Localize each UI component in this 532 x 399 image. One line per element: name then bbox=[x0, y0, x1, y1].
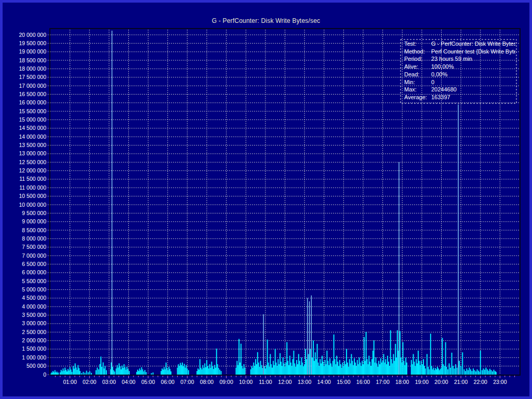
data-spike bbox=[276, 363, 277, 375]
data-spike bbox=[285, 363, 286, 375]
data-spike bbox=[68, 369, 69, 375]
legend-row-value: 0,00% bbox=[431, 71, 447, 77]
data-spike bbox=[332, 361, 334, 375]
data-spike bbox=[122, 366, 123, 375]
data-spike bbox=[185, 365, 187, 375]
data-spike bbox=[197, 368, 198, 375]
y-axis-label: 2 000 000 bbox=[22, 337, 46, 343]
data-spike bbox=[103, 368, 104, 375]
data-spike bbox=[258, 363, 259, 375]
data-spike bbox=[374, 340, 375, 375]
data-spike bbox=[114, 371, 115, 375]
data-spike bbox=[405, 357, 406, 375]
data-spike bbox=[340, 364, 341, 375]
data-spike bbox=[373, 351, 374, 375]
data-spike bbox=[437, 367, 438, 375]
data-spike bbox=[136, 372, 137, 375]
data-spike bbox=[65, 370, 66, 375]
data-spike bbox=[382, 361, 383, 375]
legend-row-value: 0 bbox=[431, 79, 434, 85]
y-axis-label: 4 000 000 bbox=[22, 303, 46, 310]
data-spike bbox=[466, 368, 467, 375]
data-spike bbox=[188, 370, 189, 375]
data-spike bbox=[289, 356, 290, 375]
data-spike bbox=[125, 370, 126, 375]
data-spike bbox=[104, 366, 105, 375]
data-spike bbox=[367, 359, 368, 375]
data-spike bbox=[474, 370, 475, 375]
data-spike bbox=[168, 367, 169, 375]
data-spike bbox=[311, 296, 312, 375]
data-spike bbox=[357, 360, 358, 375]
data-spike bbox=[297, 364, 298, 375]
data-spike bbox=[208, 368, 209, 375]
data-spike bbox=[306, 359, 307, 375]
data-spike bbox=[482, 370, 483, 375]
x-axis-label: 04:00 bbox=[122, 379, 135, 385]
data-spike bbox=[375, 363, 376, 375]
x-axis-label: 13:00 bbox=[298, 379, 311, 385]
data-spike bbox=[338, 366, 339, 375]
data-spike bbox=[328, 365, 329, 375]
data-spike bbox=[217, 364, 218, 375]
data-spike bbox=[272, 368, 273, 375]
data-spike bbox=[179, 366, 180, 375]
y-axis-label: 19 000 000 bbox=[19, 48, 46, 55]
data-spike bbox=[392, 363, 393, 375]
x-axis-label: 16:00 bbox=[356, 379, 370, 385]
data-spike bbox=[459, 361, 460, 375]
data-spike bbox=[285, 367, 286, 375]
data-spike bbox=[121, 369, 122, 375]
y-axis-label: 15 000 000 bbox=[19, 116, 46, 123]
data-spike bbox=[262, 368, 263, 375]
data-spike bbox=[424, 366, 425, 375]
data-spike bbox=[268, 363, 269, 375]
data-spike bbox=[355, 363, 356, 375]
data-spike bbox=[363, 364, 364, 375]
y-axis-label: 12 500 000 bbox=[19, 159, 46, 165]
data-spike bbox=[209, 364, 210, 375]
data-spike bbox=[180, 363, 181, 375]
data-spike bbox=[379, 364, 380, 375]
y-axis-label: 18 500 000 bbox=[19, 57, 46, 63]
data-spike bbox=[435, 368, 436, 375]
legend-row-label: Period: bbox=[404, 56, 422, 62]
data-spike bbox=[367, 364, 368, 375]
data-spike bbox=[117, 365, 118, 375]
data-spike bbox=[369, 362, 370, 375]
data-spike bbox=[291, 366, 292, 375]
legend-row-label: Min: bbox=[404, 79, 415, 85]
data-spike bbox=[96, 370, 97, 375]
data-spike bbox=[242, 366, 243, 375]
data-spike bbox=[326, 364, 327, 375]
data-spike bbox=[455, 364, 456, 375]
data-spike bbox=[348, 367, 349, 375]
x-axis-label: 07:00 bbox=[180, 379, 194, 385]
data-spike bbox=[389, 366, 390, 375]
data-spike bbox=[322, 356, 323, 375]
data-spike bbox=[202, 369, 203, 375]
data-spike bbox=[469, 368, 470, 375]
x-axis-label: 02:00 bbox=[83, 379, 96, 385]
data-spike bbox=[270, 354, 271, 375]
data-spike bbox=[250, 369, 251, 375]
data-spike bbox=[349, 359, 350, 375]
data-spike bbox=[178, 364, 179, 375]
data-spike bbox=[287, 361, 288, 375]
data-spike bbox=[453, 366, 454, 375]
data-spike bbox=[89, 371, 90, 375]
data-spike bbox=[442, 338, 443, 375]
data-spike bbox=[296, 360, 297, 375]
data-spike bbox=[398, 162, 399, 375]
data-spike bbox=[377, 367, 378, 375]
data-spike bbox=[99, 364, 100, 375]
data-spike bbox=[318, 366, 320, 375]
data-spike bbox=[73, 366, 74, 375]
data-spike bbox=[165, 369, 166, 375]
data-spike bbox=[295, 367, 296, 375]
data-spike bbox=[235, 368, 236, 375]
data-spike bbox=[288, 365, 289, 375]
data-spike bbox=[125, 367, 126, 375]
y-axis-label: 16 500 000 bbox=[19, 91, 46, 97]
y-axis-label: 3 000 000 bbox=[22, 320, 46, 326]
